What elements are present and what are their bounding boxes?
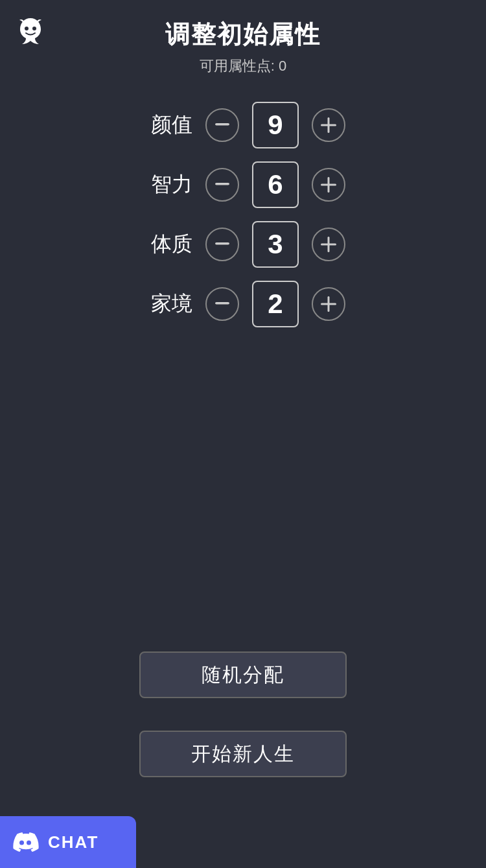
- attribute-row-intelligence: 智力 6: [113, 161, 373, 208]
- svg-point-0: [25, 27, 29, 30]
- increase-looks-button[interactable]: [312, 108, 345, 142]
- decrease-family-button[interactable]: [205, 287, 239, 321]
- increase-intelligence-button[interactable]: [312, 168, 345, 202]
- attributes-container: 颜值 9 智力 6 体质: [0, 102, 486, 327]
- value-constitution: 3: [252, 221, 299, 268]
- random-assign-button[interactable]: 随机分配: [139, 651, 347, 698]
- label-intelligence: 智力: [141, 170, 192, 199]
- attribute-row-family: 家境 2: [113, 281, 373, 327]
- svg-point-15: [27, 841, 31, 845]
- minus-icon: [215, 123, 229, 126]
- chat-label: CHAT: [48, 832, 98, 852]
- svg-rect-5: [215, 183, 229, 185]
- chat-bar[interactable]: CHAT: [0, 816, 136, 868]
- label-looks: 颜值: [141, 111, 192, 139]
- decrease-intelligence-button[interactable]: [205, 168, 239, 202]
- value-family: 2: [252, 281, 299, 327]
- bottom-buttons: 随机分配 开始新人生: [139, 651, 347, 777]
- increase-constitution-button[interactable]: [312, 228, 345, 261]
- plus-icon: [320, 236, 337, 253]
- svg-rect-10: [321, 244, 336, 246]
- svg-rect-4: [321, 124, 336, 126]
- svg-point-1: [32, 27, 36, 30]
- svg-rect-2: [215, 123, 229, 126]
- decrease-looks-button[interactable]: [205, 108, 239, 142]
- attribute-row-constitution: 体质 3: [113, 221, 373, 268]
- svg-rect-7: [321, 184, 336, 186]
- minus-icon: [215, 302, 229, 305]
- plus-icon: [320, 176, 337, 193]
- svg-rect-11: [215, 302, 229, 305]
- page-title: 调整初始属性: [0, 18, 486, 51]
- minus-icon: [215, 183, 229, 185]
- increase-family-button[interactable]: [312, 287, 345, 321]
- start-new-life-button[interactable]: 开始新人生: [139, 731, 347, 777]
- label-family: 家境: [141, 290, 192, 318]
- svg-point-14: [19, 841, 24, 845]
- value-intelligence: 6: [252, 161, 299, 208]
- discord-icon: [12, 828, 39, 856]
- logo-icon: [13, 13, 49, 49]
- label-constitution: 体质: [141, 230, 192, 259]
- decrease-constitution-button[interactable]: [205, 228, 239, 261]
- attribute-row-looks: 颜值 9: [113, 102, 373, 148]
- logo-area: [13, 13, 49, 51]
- value-looks: 9: [252, 102, 299, 148]
- plus-icon: [320, 117, 337, 134]
- svg-rect-8: [215, 242, 229, 245]
- plus-icon: [320, 296, 337, 312]
- svg-rect-13: [321, 303, 336, 305]
- title-area: 调整初始属性 可用属性点: 0: [0, 0, 486, 76]
- available-points: 可用属性点: 0: [0, 56, 486, 76]
- minus-icon: [215, 242, 229, 245]
